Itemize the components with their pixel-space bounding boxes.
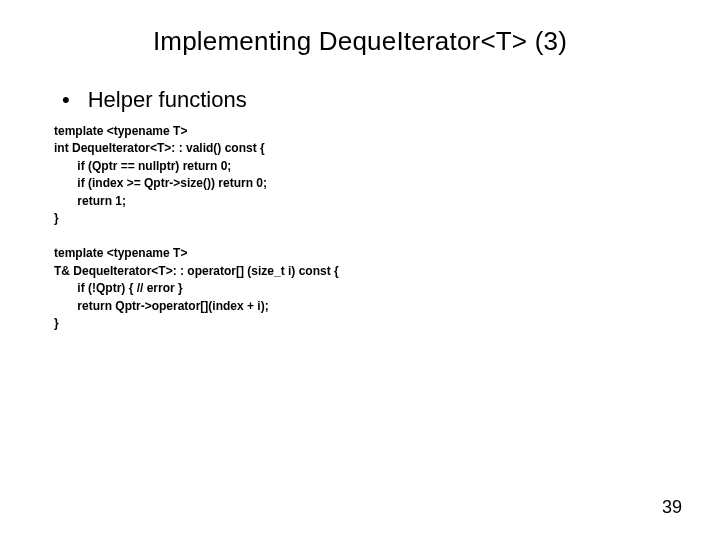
page-number: 39 [662,497,682,518]
bullet-marker: • [62,89,70,111]
code-block-operator: template <typename T> T& DequeIterator<T… [54,245,670,332]
slide: Implementing DequeIterator<T> (3) • Help… [0,0,720,540]
code-block-valid: template <typename T> int DequeIterator<… [54,123,670,227]
slide-title: Implementing DequeIterator<T> (3) [50,26,670,57]
bullet-text: Helper functions [88,87,247,113]
bullet-item: • Helper functions [62,87,670,113]
